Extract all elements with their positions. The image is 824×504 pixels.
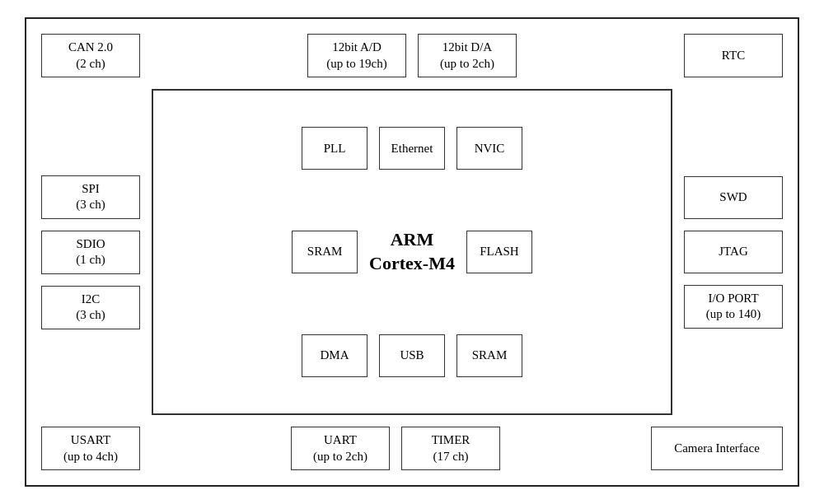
- nvic-box: NVIC: [456, 127, 522, 170]
- flash-label: FLASH: [480, 244, 519, 260]
- ethernet-box: Ethernet: [379, 127, 445, 170]
- ioport-label-line2: (up to 140): [706, 306, 761, 323]
- camera-label: Camera Interface: [674, 441, 760, 457]
- right-column: SWD JTAG I/O PORT (up to 140): [684, 89, 783, 415]
- timer-label-line1: TIMER: [432, 432, 471, 449]
- can-box: CAN 2.0 (2 ch): [41, 34, 140, 77]
- usart-label-line1: USART: [71, 432, 110, 449]
- spi-box: SPI (3 ch): [41, 175, 140, 219]
- cpu-label: ARM Cortex-M4: [369, 228, 455, 275]
- swd-label: SWD: [719, 189, 747, 206]
- i2c-label-line1: I2C: [82, 292, 101, 308]
- camera-box: Camera Interface: [651, 427, 783, 470]
- nvic-label: NVIC: [475, 141, 505, 157]
- dma-box: DMA: [302, 334, 368, 377]
- top-row: CAN 2.0 (2 ch) 12bit A/D (up to 19ch) 12…: [41, 34, 783, 77]
- sram2-label: SRAM: [472, 348, 508, 364]
- middle-section: SPI (3 ch) SDIO (1 ch) I2C (3 ch) PLL Et…: [41, 89, 783, 415]
- usart-label-line2: (up to 4ch): [63, 449, 118, 465]
- ioport-label-line1: I/O PORT: [708, 291, 758, 307]
- flash-box: FLASH: [466, 231, 532, 273]
- usart-box: USART (up to 4ch): [41, 427, 140, 470]
- sram1-label: SRAM: [307, 244, 343, 260]
- ioport-box: I/O PORT (up to 140): [684, 285, 783, 329]
- timer-label-line2: (17 ch): [433, 449, 469, 465]
- usb-label: USB: [400, 348, 424, 364]
- sdio-label-line2: (1 ch): [76, 252, 105, 268]
- can-label-line1: CAN 2.0: [68, 40, 113, 56]
- dma-label: DMA: [320, 348, 349, 364]
- uart-label-line1: UART: [324, 432, 357, 449]
- uart-box: UART (up to 2ch): [291, 427, 390, 470]
- i2c-box: I2C (3 ch): [41, 286, 140, 329]
- adc-label-line2: (up to 19ch): [326, 56, 386, 72]
- usb-box: USB: [379, 334, 445, 377]
- sdio-box: SDIO (1 ch): [41, 231, 140, 274]
- dac-label-line1: 12bit D/A: [442, 40, 492, 56]
- adc-box: 12bit A/D (up to 19ch): [307, 34, 406, 77]
- adc-label-line1: 12bit A/D: [332, 40, 382, 56]
- inner-bot-row: DMA USB SRAM: [165, 334, 659, 377]
- rtc-label: RTC: [722, 48, 745, 64]
- spi-label-line2: (3 ch): [76, 197, 105, 213]
- ethernet-label: Ethernet: [391, 141, 433, 157]
- sram2-box: SRAM: [456, 334, 522, 377]
- cpu-block: PLL Ethernet NVIC SRAM ARM Cortex-M4: [152, 89, 672, 415]
- sdio-label-line1: SDIO: [76, 236, 105, 253]
- pll-label: PLL: [324, 141, 346, 157]
- left-column: SPI (3 ch) SDIO (1 ch) I2C (3 ch): [41, 89, 140, 415]
- dac-label-line2: (up to 2ch): [440, 56, 494, 72]
- i2c-label-line2: (3 ch): [76, 307, 105, 324]
- pll-box: PLL: [302, 127, 368, 170]
- bottom-row: USART (up to 4ch) UART (up to 2ch) TIMER…: [41, 427, 783, 470]
- rtc-box: RTC: [684, 34, 783, 77]
- swd-box: SWD: [684, 176, 783, 219]
- jtag-box: JTAG: [684, 231, 783, 273]
- inner-mid-row: SRAM ARM Cortex-M4 FLASH: [165, 228, 659, 275]
- sram1-box: SRAM: [292, 231, 358, 273]
- spi-label-line1: SPI: [82, 181, 100, 198]
- dac-box: 12bit D/A (up to 2ch): [418, 34, 517, 77]
- inner-top-row: PLL Ethernet NVIC: [165, 127, 659, 170]
- timer-box: TIMER (17 ch): [401, 427, 500, 470]
- uart-label-line2: (up to 2ch): [313, 449, 368, 465]
- can-label-line2: (2 ch): [76, 56, 105, 72]
- jtag-label: JTAG: [719, 244, 747, 260]
- architecture-diagram: CAN 2.0 (2 ch) 12bit A/D (up to 19ch) 12…: [25, 17, 799, 487]
